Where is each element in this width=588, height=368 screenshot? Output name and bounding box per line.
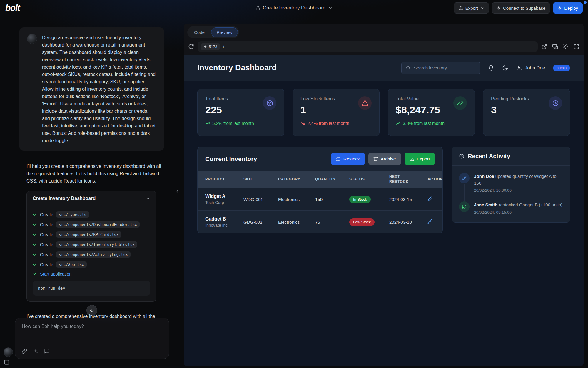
step-file-chip[interactable]: src/components/KPICard.tsx xyxy=(56,231,121,238)
deploy-icon xyxy=(558,6,562,10)
quantity-cell[interactable]: 75 xyxy=(315,220,349,225)
link-icon[interactable] xyxy=(22,349,27,354)
start-application-link[interactable]: Start application xyxy=(40,271,72,276)
step-file-chip[interactable]: src/components/InventoryTable.tsx xyxy=(56,241,137,248)
address-bar[interactable]: 5173 / xyxy=(198,41,538,52)
alert-triangle-icon xyxy=(358,96,372,110)
account-avatar[interactable] xyxy=(4,347,13,357)
clock-icon xyxy=(549,96,562,110)
edit-row-button[interactable] xyxy=(427,219,432,224)
activity-item: John Doe updated quantity of Widget A to… xyxy=(459,173,563,201)
chat-input-container[interactable] xyxy=(15,318,169,359)
archive-label: Archive xyxy=(381,156,396,162)
trend-up-icon xyxy=(205,121,210,126)
tab-code[interactable]: Code xyxy=(188,27,210,37)
user-prompt-text: Design a responsive and user-friendly in… xyxy=(42,34,156,144)
archive-button[interactable]: Archive xyxy=(368,153,401,165)
user-avatar xyxy=(27,34,37,44)
upload-icon xyxy=(459,6,463,10)
check-icon xyxy=(33,232,37,237)
edit-row-button[interactable] xyxy=(427,196,432,201)
connect-supabase-button[interactable]: Connect to Supabase xyxy=(492,2,550,14)
reload-icon[interactable] xyxy=(188,44,194,49)
assistant-intro-text: I'll help you create a comprehensive inv… xyxy=(26,163,168,185)
step-action: Create xyxy=(40,212,53,217)
column-header: NEXT RESTOCK xyxy=(389,174,427,184)
user-icon xyxy=(516,65,522,71)
export-table-button[interactable]: Export xyxy=(405,153,435,165)
inventory-card-header: Current Inventory Restock Archive xyxy=(198,147,442,171)
export-label: Export xyxy=(465,6,478,11)
check-icon xyxy=(33,222,37,227)
deploy-button[interactable]: Deploy xyxy=(553,2,583,14)
trend-up-icon xyxy=(396,121,400,126)
kpi-delta-text: 3.8% from last month xyxy=(403,121,445,126)
export-table-label: Export xyxy=(417,156,430,162)
export-button[interactable]: Export xyxy=(454,2,489,14)
restock-button[interactable]: Restock xyxy=(331,153,365,165)
preview-viewport: Inventory Dashboard xyxy=(184,55,584,366)
collapse-chat-button[interactable] xyxy=(175,188,181,194)
archive-icon xyxy=(373,157,378,161)
bolt-logo[interactable]: bolt xyxy=(5,3,20,13)
bell-icon[interactable] xyxy=(488,65,494,71)
code-preview-segmented-control: Code Preview xyxy=(187,26,239,38)
user-name: John Doe xyxy=(525,65,545,71)
port-badge[interactable]: 5173 xyxy=(201,43,220,50)
chat-bubble-icon[interactable] xyxy=(44,349,49,354)
kpi-value: 3 xyxy=(491,104,529,116)
next-restock-cell: 2024-03-10 xyxy=(389,220,427,225)
zap-icon xyxy=(203,45,207,48)
artifact-steps: Create src/types.ts Create src/component… xyxy=(27,206,156,301)
kpi-delta: 3.8% from last month xyxy=(396,121,445,126)
tab-preview[interactable]: Preview xyxy=(211,27,238,37)
status-dot xyxy=(584,1,587,4)
artifact-step: Create src/components/InventoryTable.tsx xyxy=(33,241,150,248)
chat-input[interactable] xyxy=(22,324,162,329)
artifact-step: Create src/App.tsx xyxy=(33,261,150,268)
inventory-search-input[interactable] xyxy=(414,65,476,70)
dark-mode-toggle-icon[interactable] xyxy=(502,65,508,71)
product-supplier: Tech Corp xyxy=(205,200,241,205)
quantity-cell[interactable]: 150 xyxy=(315,197,349,202)
artifact-header[interactable]: Create Inventory Dashboard xyxy=(27,191,156,206)
dashboard-title: Inventory Dashboard xyxy=(197,63,277,72)
dashboard-content: Current Inventory Restock Archive xyxy=(184,136,584,233)
activity-item: Jane Smith restocked Gadget B (+100 unit… xyxy=(459,201,563,215)
sku-cell: GDG-002 xyxy=(243,220,278,225)
activity-text: Jane Smith restocked Gadget B (+100 unit… xyxy=(474,201,562,208)
category-cell: Electronics xyxy=(278,197,315,202)
step-file-chip[interactable]: src/components/DashboardHeader.tsx xyxy=(56,221,140,228)
restock-label: Restock xyxy=(343,156,360,162)
activity-time: 20/02/2024, 10:30:00 xyxy=(474,188,563,193)
chevron-up-icon[interactable] xyxy=(146,196,150,201)
sidebar-toggle-icon[interactable] xyxy=(4,359,9,365)
sku-cell: WDG-001 xyxy=(243,197,278,202)
fullscreen-icon[interactable] xyxy=(574,44,579,49)
inspector-off-icon[interactable] xyxy=(563,44,569,49)
step-action: Create xyxy=(40,222,53,227)
inventory-title: Current Inventory xyxy=(205,155,257,163)
inventory-search[interactable] xyxy=(401,62,480,74)
column-header: CATEGORY xyxy=(278,177,315,182)
column-header: QUANTITY xyxy=(315,177,349,182)
step-file-chip[interactable]: src/components/ActivityLog.tsx xyxy=(56,251,131,258)
kpi-value: 1 xyxy=(300,104,349,116)
restock-activity-icon xyxy=(459,201,470,212)
product-name: Gadget B xyxy=(205,216,241,222)
recent-activity-card: Recent Activity John Doe updated quantit… xyxy=(452,147,570,223)
topbar-actions: Export Connect to Supabase Deploy xyxy=(454,2,583,14)
dashboard-header-actions: John Doe admin xyxy=(401,62,570,74)
user-menu[interactable]: John Doe xyxy=(516,65,545,71)
sparkles-icon[interactable] xyxy=(33,349,38,354)
port-number: 5173 xyxy=(209,44,217,49)
kpi-label: Low Stock Items xyxy=(300,96,349,102)
artifact-step: Start application xyxy=(33,271,150,276)
lock-icon xyxy=(256,6,260,10)
step-file-chip[interactable]: src/types.ts xyxy=(56,211,89,218)
step-action: Create xyxy=(40,252,53,257)
step-file-chip[interactable]: src/App.tsx xyxy=(56,261,87,268)
devices-icon[interactable] xyxy=(552,44,558,49)
project-title-menu[interactable]: Create Inventory Dashboard xyxy=(256,0,333,16)
open-external-icon[interactable] xyxy=(542,44,547,49)
